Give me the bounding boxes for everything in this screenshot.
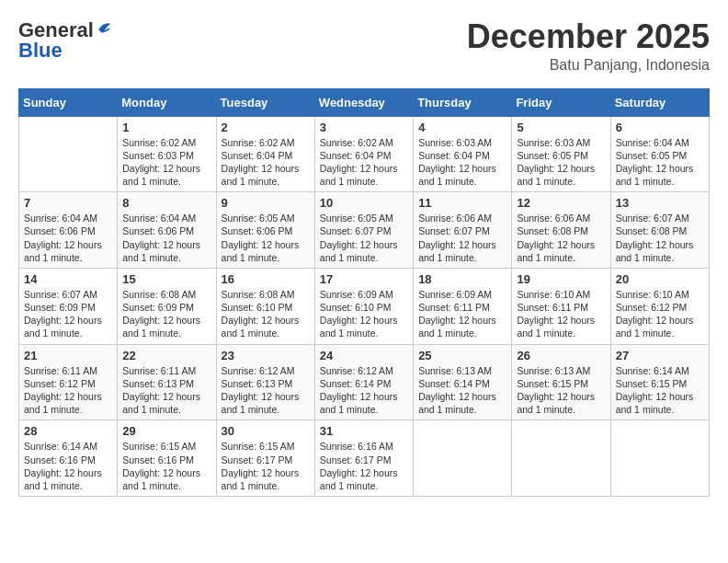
calendar-cell xyxy=(512,420,610,497)
calendar-cell: 29Sunrise: 6:15 AMSunset: 6:16 PMDayligh… xyxy=(118,420,216,497)
calendar-cell: 23Sunrise: 6:12 AMSunset: 6:13 PMDayligh… xyxy=(216,344,314,420)
calendar-cell: 16Sunrise: 6:08 AMSunset: 6:10 PMDayligh… xyxy=(216,268,314,344)
day-number: 12 xyxy=(517,196,605,210)
day-number: 25 xyxy=(418,349,506,362)
cell-info: Sunrise: 6:15 AMSunset: 6:17 PMDaylight:… xyxy=(222,440,310,492)
day-number: 18 xyxy=(418,272,506,286)
day-number: 22 xyxy=(122,349,210,362)
cell-info: Sunrise: 6:08 AMSunset: 6:09 PMDaylight:… xyxy=(122,288,210,340)
calendar-cell: 11Sunrise: 6:06 AMSunset: 6:07 PMDayligh… xyxy=(414,192,512,269)
day-number: 7 xyxy=(24,196,112,210)
cell-info: Sunrise: 6:09 AMSunset: 6:11 PMDaylight:… xyxy=(418,288,506,340)
day-number: 27 xyxy=(616,349,704,362)
day-number: 4 xyxy=(418,121,506,134)
cell-info: Sunrise: 6:04 AMSunset: 6:05 PMDaylight:… xyxy=(616,136,704,189)
cell-info: Sunrise: 6:02 AMSunset: 6:04 PMDaylight:… xyxy=(320,136,408,189)
cell-info: Sunrise: 6:08 AMSunset: 6:10 PMDaylight:… xyxy=(222,288,310,340)
day-number: 13 xyxy=(616,196,704,210)
cell-info: Sunrise: 6:12 AMSunset: 6:14 PMDaylight:… xyxy=(320,364,408,417)
cell-info: Sunrise: 6:04 AMSunset: 6:06 PMDaylight:… xyxy=(122,212,210,264)
calendar-cell: 2Sunrise: 6:02 AMSunset: 6:04 PMDaylight… xyxy=(216,116,314,192)
cell-info: Sunrise: 6:11 AMSunset: 6:12 PMDaylight:… xyxy=(24,364,112,417)
cell-info: Sunrise: 6:14 AMSunset: 6:15 PMDaylight:… xyxy=(616,364,704,417)
day-number: 31 xyxy=(320,424,408,438)
calendar-cell: 13Sunrise: 6:07 AMSunset: 6:08 PMDayligh… xyxy=(610,192,709,269)
day-number: 28 xyxy=(24,424,112,438)
day-number: 8 xyxy=(122,196,210,210)
day-number: 10 xyxy=(320,196,408,210)
cell-info: Sunrise: 6:06 AMSunset: 6:08 PMDaylight:… xyxy=(517,212,605,264)
cell-info: Sunrise: 6:02 AMSunset: 6:04 PMDaylight:… xyxy=(222,136,310,189)
day-number: 26 xyxy=(517,349,605,362)
cell-info: Sunrise: 6:05 AMSunset: 6:07 PMDaylight:… xyxy=(320,212,408,264)
calendar-header-row: SundayMondayTuesdayWednesdayThursdayFrid… xyxy=(19,88,710,116)
calendar-cell: 9Sunrise: 6:05 AMSunset: 6:06 PMDaylight… xyxy=(216,192,314,269)
calendar-cell: 10Sunrise: 6:05 AMSunset: 6:07 PMDayligh… xyxy=(314,192,413,269)
calendar-table: SundayMondayTuesdayWednesdayThursdayFrid… xyxy=(18,88,710,497)
logo: General Blue xyxy=(18,18,112,63)
calendar-cell: 28Sunrise: 6:14 AMSunset: 6:16 PMDayligh… xyxy=(19,420,118,497)
weekday-header-monday: Monday xyxy=(118,88,216,116)
calendar-cell: 12Sunrise: 6:06 AMSunset: 6:08 PMDayligh… xyxy=(512,192,610,269)
page-header: General Blue December 2025 Batu Panjang,… xyxy=(18,18,710,74)
calendar-cell: 6Sunrise: 6:04 AMSunset: 6:05 PMDaylight… xyxy=(610,116,709,192)
calendar-cell: 26Sunrise: 6:13 AMSunset: 6:15 PMDayligh… xyxy=(512,344,610,420)
cell-info: Sunrise: 6:07 AMSunset: 6:08 PMDaylight:… xyxy=(616,212,704,264)
calendar-week-2: 7Sunrise: 6:04 AMSunset: 6:06 PMDaylight… xyxy=(19,192,710,269)
location: Batu Panjang, Indonesia xyxy=(467,57,710,74)
day-number: 21 xyxy=(24,349,112,362)
cell-info: Sunrise: 6:06 AMSunset: 6:07 PMDaylight:… xyxy=(418,212,506,264)
calendar-cell: 22Sunrise: 6:11 AMSunset: 6:13 PMDayligh… xyxy=(118,344,216,420)
calendar-cell: 8Sunrise: 6:04 AMSunset: 6:06 PMDaylight… xyxy=(118,192,216,269)
day-number: 15 xyxy=(122,272,210,286)
cell-info: Sunrise: 6:07 AMSunset: 6:09 PMDaylight:… xyxy=(24,288,112,340)
calendar-cell: 18Sunrise: 6:09 AMSunset: 6:11 PMDayligh… xyxy=(414,268,512,344)
cell-info: Sunrise: 6:05 AMSunset: 6:06 PMDaylight:… xyxy=(222,212,310,264)
calendar-week-3: 14Sunrise: 6:07 AMSunset: 6:09 PMDayligh… xyxy=(19,268,710,344)
calendar-cell: 4Sunrise: 6:03 AMSunset: 6:04 PMDaylight… xyxy=(414,116,512,192)
cell-info: Sunrise: 6:14 AMSunset: 6:16 PMDaylight:… xyxy=(24,440,112,492)
cell-info: Sunrise: 6:10 AMSunset: 6:12 PMDaylight:… xyxy=(616,288,704,340)
day-number: 1 xyxy=(122,121,210,134)
day-number: 30 xyxy=(222,424,310,438)
calendar-week-4: 21Sunrise: 6:11 AMSunset: 6:12 PMDayligh… xyxy=(19,344,710,420)
calendar-cell: 5Sunrise: 6:03 AMSunset: 6:05 PMDaylight… xyxy=(512,116,610,192)
cell-info: Sunrise: 6:11 AMSunset: 6:13 PMDaylight:… xyxy=(122,364,210,417)
month-title: December 2025 xyxy=(467,18,710,55)
day-number: 6 xyxy=(616,121,704,134)
cell-info: Sunrise: 6:04 AMSunset: 6:06 PMDaylight:… xyxy=(24,212,112,264)
weekday-header-friday: Friday xyxy=(512,88,610,116)
weekday-header-wednesday: Wednesday xyxy=(314,88,413,116)
cell-info: Sunrise: 6:15 AMSunset: 6:16 PMDaylight:… xyxy=(122,440,210,492)
calendar-cell: 21Sunrise: 6:11 AMSunset: 6:12 PMDayligh… xyxy=(19,344,118,420)
calendar-cell: 15Sunrise: 6:08 AMSunset: 6:09 PMDayligh… xyxy=(118,268,216,344)
title-block: December 2025 Batu Panjang, Indonesia xyxy=(467,18,710,74)
calendar-week-1: 1Sunrise: 6:02 AMSunset: 6:03 PMDaylight… xyxy=(19,116,710,192)
calendar-cell xyxy=(610,420,709,497)
weekday-header-thursday: Thursday xyxy=(414,88,512,116)
cell-info: Sunrise: 6:16 AMSunset: 6:17 PMDaylight:… xyxy=(320,440,408,492)
day-number: 17 xyxy=(320,272,408,286)
calendar-cell: 7Sunrise: 6:04 AMSunset: 6:06 PMDaylight… xyxy=(19,192,118,269)
calendar-cell: 19Sunrise: 6:10 AMSunset: 6:11 PMDayligh… xyxy=(512,268,610,344)
weekday-header-saturday: Saturday xyxy=(610,88,709,116)
day-number: 20 xyxy=(616,272,704,286)
day-number: 5 xyxy=(517,121,605,134)
calendar-cell: 31Sunrise: 6:16 AMSunset: 6:17 PMDayligh… xyxy=(314,420,413,497)
day-number: 16 xyxy=(222,272,310,286)
day-number: 3 xyxy=(320,121,408,134)
day-number: 11 xyxy=(418,196,506,210)
calendar-week-5: 28Sunrise: 6:14 AMSunset: 6:16 PMDayligh… xyxy=(19,420,710,497)
cell-info: Sunrise: 6:10 AMSunset: 6:11 PMDaylight:… xyxy=(517,288,605,340)
day-number: 23 xyxy=(222,349,310,362)
cell-info: Sunrise: 6:02 AMSunset: 6:03 PMDaylight:… xyxy=(122,136,210,189)
calendar-cell: 25Sunrise: 6:13 AMSunset: 6:14 PMDayligh… xyxy=(414,344,512,420)
weekday-header-sunday: Sunday xyxy=(19,88,118,116)
calendar-cell: 30Sunrise: 6:15 AMSunset: 6:17 PMDayligh… xyxy=(216,420,314,497)
logo-bird-icon xyxy=(96,20,112,40)
day-number: 2 xyxy=(222,121,310,134)
cell-info: Sunrise: 6:09 AMSunset: 6:10 PMDaylight:… xyxy=(320,288,408,340)
calendar-cell: 3Sunrise: 6:02 AMSunset: 6:04 PMDaylight… xyxy=(314,116,413,192)
calendar-cell: 24Sunrise: 6:12 AMSunset: 6:14 PMDayligh… xyxy=(314,344,413,420)
cell-info: Sunrise: 6:12 AMSunset: 6:13 PMDaylight:… xyxy=(222,364,310,417)
